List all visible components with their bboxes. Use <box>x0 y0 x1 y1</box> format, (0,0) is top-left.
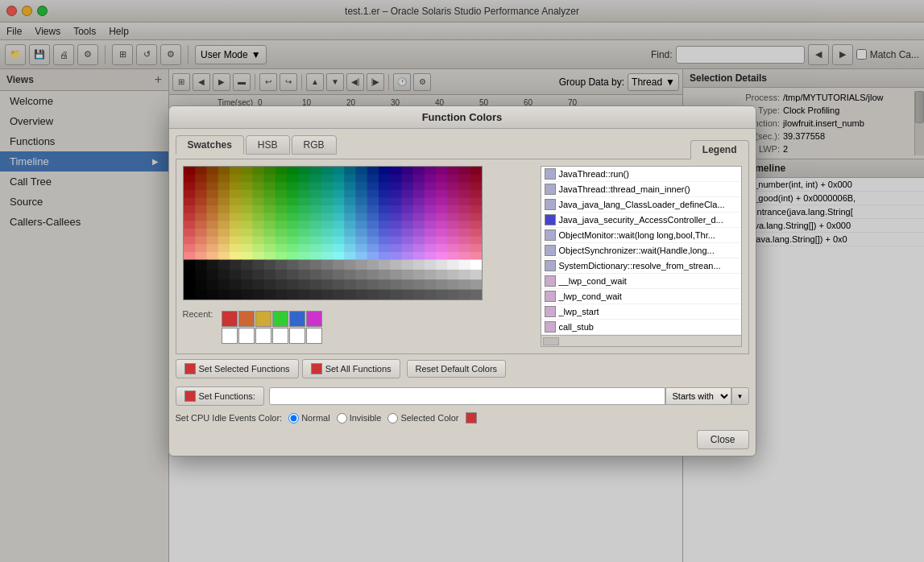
set-functions-color-box <box>184 391 196 402</box>
legend-item-8[interactable]: _lwp_cond_wait <box>541 289 741 304</box>
cpu-idle-row: Set CPU Idle Events Color: Normal Invisi… <box>176 409 749 427</box>
set-selected-functions-button[interactable]: Set Selected Functions <box>176 359 299 378</box>
cpu-idle-label: Set CPU Idle Events Color: <box>176 413 283 423</box>
color-palette-container <box>183 166 534 303</box>
legend-color-2 <box>545 199 556 210</box>
modal-body: Swatches HSB RGB Legend Recent: <box>169 129 756 456</box>
swatches-area: Recent: <box>183 166 534 347</box>
cpu-idle-invisible-radio[interactable] <box>337 413 347 424</box>
recent-3[interactable] <box>272 311 288 327</box>
legend-item-0[interactable]: JavaThread::run() <box>541 167 741 182</box>
legend-scroll-thumb <box>543 337 559 345</box>
cpu-idle-selected-radio[interactable] <box>387 413 398 424</box>
legend-item-4[interactable]: ObjectMonitor::wait(long long,bool,Thr..… <box>541 228 741 243</box>
recent-2[interactable] <box>255 311 271 327</box>
set-all-color-box <box>311 363 322 374</box>
tab-rgb[interactable]: RGB <box>292 135 337 155</box>
legend-text-2: Java_java_lang_ClassLoader_defineCla... <box>559 200 725 209</box>
legend-color-8 <box>545 291 556 302</box>
legend-item-5[interactable]: ObjectSynchronizer::wait(Handle,long... <box>541 243 741 258</box>
legend-text-4: ObjectMonitor::wait(long long,bool,Thr..… <box>559 230 715 240</box>
modal-overlay: Function Colors Swatches HSB RGB Legend <box>0 0 924 562</box>
legend-text-1: JavaThread::thread_main_inner() <box>559 184 690 194</box>
set-functions-row: Set Functions: Starts with ▼ <box>176 383 749 409</box>
recent-0[interactable] <box>222 311 238 327</box>
legend-color-7 <box>545 275 556 287</box>
recent-1[interactable] <box>238 311 255 327</box>
modal-title: Function Colors <box>169 106 756 129</box>
legend-color-0 <box>545 168 556 180</box>
modal-close-row: Close <box>176 427 749 449</box>
recent-9[interactable] <box>272 328 288 344</box>
recent-5[interactable] <box>306 311 322 327</box>
modal-main-area: Recent: <box>176 159 749 354</box>
legend-hscrollbar[interactable] <box>541 335 741 346</box>
legend-panel: JavaThread::run() JavaThread::thread_mai… <box>541 166 742 347</box>
legend-color-4 <box>545 229 556 241</box>
recent-grid <box>222 311 322 344</box>
set-functions-dropdown-arrow[interactable]: ▼ <box>731 387 749 405</box>
legend-color-6 <box>545 260 556 271</box>
legend-item-9[interactable]: _lwp_start <box>541 304 741 320</box>
tab-hsb[interactable]: HSB <box>246 135 290 155</box>
tabs-row: Swatches HSB RGB Legend <box>176 135 749 159</box>
color-palette-canvas[interactable] <box>183 166 483 300</box>
legend-list: JavaThread::run() JavaThread::thread_mai… <box>541 167 741 335</box>
legend-text-7: __lwp_cond_wait <box>559 276 627 286</box>
tabs-group: Swatches HSB RGB <box>176 135 337 155</box>
legend-text-6: SystemDictionary::resolve_from_strean... <box>559 261 721 271</box>
legend-text-9: _lwp_start <box>559 307 599 316</box>
close-modal-button[interactable]: Close <box>697 430 749 449</box>
tab-swatches[interactable]: Swatches <box>176 135 244 155</box>
recent-11[interactable] <box>306 328 322 344</box>
cpu-idle-invisible[interactable]: Invisible <box>337 413 382 424</box>
set-all-functions-button[interactable]: Set All Functions <box>302 359 400 378</box>
set-functions-input-group: Starts with ▼ <box>269 387 749 405</box>
recent-7[interactable] <box>238 328 255 344</box>
set-functions-button[interactable]: Set Functions: <box>176 386 264 406</box>
reset-default-colors-button[interactable]: Reset Default Colors <box>407 360 507 378</box>
legend-item-6[interactable]: SystemDictionary::resolve_from_strean... <box>541 258 741 274</box>
tab-legend[interactable]: Legend <box>690 140 749 159</box>
legend-item-1[interactable]: JavaThread::thread_main_inner() <box>541 182 741 197</box>
cpu-idle-normal[interactable]: Normal <box>288 413 329 424</box>
legend-color-9 <box>545 306 556 317</box>
legend-item-2[interactable]: Java_java_lang_ClassLoader_defineCla... <box>541 197 741 213</box>
legend-text-3: Java_java_security_AccessController_d... <box>559 215 723 225</box>
modal-buttons-row1: Set Selected Functions Set All Functions… <box>176 354 749 383</box>
recent-10[interactable] <box>289 328 305 344</box>
recent-6[interactable] <box>222 328 238 344</box>
set-selected-color-box <box>184 363 196 374</box>
legend-color-5 <box>545 245 556 256</box>
cpu-idle-color-swatch[interactable] <box>466 412 477 424</box>
cpu-idle-selected-color[interactable]: Selected Color <box>387 413 458 424</box>
legend-item-7[interactable]: __lwp_cond_wait <box>541 274 741 289</box>
recent-4[interactable] <box>289 311 305 327</box>
cpu-idle-normal-radio[interactable] <box>288 413 299 424</box>
legend-text-10: call_stub <box>559 322 594 332</box>
recent-label: Recent: <box>183 309 215 319</box>
legend-text-8: _lwp_cond_wait <box>559 291 622 301</box>
legend-item-3[interactable]: Java_java_security_AccessController_d... <box>541 213 741 228</box>
legend-color-1 <box>545 184 556 195</box>
function-colors-modal: Function Colors Swatches HSB RGB Legend <box>168 105 756 457</box>
set-functions-dropdown[interactable]: Starts with <box>665 387 731 405</box>
set-functions-input[interactable] <box>269 387 665 405</box>
legend-text-0: JavaThread::run() <box>559 169 629 179</box>
legend-color-3 <box>545 214 556 225</box>
legend-item-10[interactable]: call_stub <box>541 320 741 335</box>
recent-8[interactable] <box>255 328 271 344</box>
legend-text-5: ObjectSynchronizer::wait(Handle,long... <box>559 246 715 255</box>
legend-color-10 <box>545 321 556 333</box>
recent-section: Recent: <box>183 309 534 344</box>
